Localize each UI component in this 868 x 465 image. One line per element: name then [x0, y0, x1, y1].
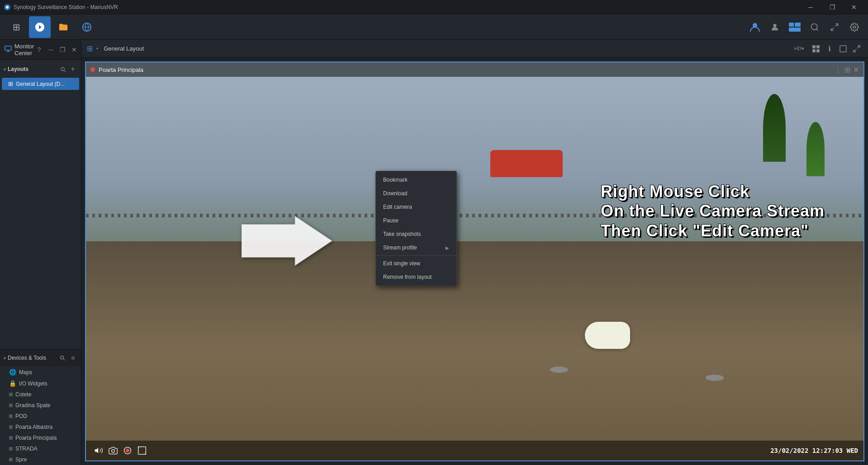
- monitor-restore-button[interactable]: ❐: [57, 45, 67, 55]
- context-menu-item-bookmark[interactable]: Bookmark: [376, 173, 456, 187]
- sidebar-spacer: [0, 93, 81, 349]
- context-menu-item-edit-camera[interactable]: Edit camera: [376, 200, 456, 214]
- device-item-cotete[interactable]: Cotete: [0, 389, 81, 400]
- layouts-add-button[interactable]: +: [68, 65, 77, 74]
- context-pause-label: Pause: [383, 217, 398, 224]
- device-item-poarta-principala[interactable]: Poarta Principala: [0, 432, 81, 443]
- svg-point-13: [854, 26, 856, 28]
- device-cotete-label: Cotete: [15, 391, 31, 398]
- restore-button[interactable]: ❐: [822, 0, 843, 14]
- device-item-strada[interactable]: STRADA: [0, 443, 81, 454]
- device-gradina-spate-label: Gradina Spate: [15, 402, 50, 409]
- sky-area: [86, 62, 863, 262]
- device-poarta-principala-label: Poarta Principala: [15, 435, 57, 441]
- context-remove-label: Remove from layout: [383, 274, 432, 280]
- context-stream-label: Stream profile: [383, 244, 417, 251]
- device-item-io-widgets[interactable]: 🔒 I/O Widgets: [0, 378, 81, 389]
- poarta-albastra-status-dot: [9, 425, 13, 429]
- settings-button[interactable]: [846, 19, 863, 35]
- window-mode-button[interactable]: [837, 43, 849, 55]
- toolbar-camera-button[interactable]: [29, 16, 51, 38]
- context-snapshot-label: Take snapshots: [383, 231, 421, 237]
- pod-status-dot: [9, 414, 13, 418]
- toolbar-network-button[interactable]: [76, 16, 98, 38]
- window-controls: ─ ❐ ✕: [800, 0, 864, 14]
- titlebar: Synology Surveillance Station - MariusNV…: [0, 0, 868, 14]
- snapshot-button[interactable]: [106, 443, 120, 458]
- toolbar-grid-button[interactable]: ⊞: [5, 16, 27, 38]
- submenu-arrow-icon: ▶: [446, 245, 449, 250]
- svg-rect-22: [816, 45, 820, 48]
- monitor-minimize-button[interactable]: ─: [46, 45, 56, 55]
- simulated-tree-2: [763, 94, 786, 162]
- gradina-spate-status-dot: [9, 404, 13, 407]
- grid-view-button[interactable]: [810, 43, 822, 55]
- svg-marker-29: [95, 448, 99, 453]
- context-menu-item-pause[interactable]: Pause: [376, 214, 456, 227]
- layouts-section-title: Layouts: [8, 66, 58, 72]
- fit-button[interactable]: [135, 443, 149, 458]
- context-menu-item-remove[interactable]: Remove from layout: [376, 270, 456, 284]
- resolution-dropdown-button[interactable]: HD▾: [790, 43, 808, 55]
- layouts-section-header[interactable]: ▾ Layouts +: [0, 61, 81, 77]
- svg-rect-23: [812, 49, 816, 52]
- device-item-spre[interactable]: Spre: [0, 454, 81, 465]
- user-avatar-button[interactable]: [747, 19, 763, 35]
- volume-button[interactable]: [91, 443, 106, 458]
- context-menu-item-exit-single[interactable]: Exit single view: [376, 257, 456, 270]
- monitor-close-button[interactable]: ✕: [69, 45, 79, 55]
- device-item-pod[interactable]: POD: [0, 411, 81, 422]
- app-toolbar: ⊞: [0, 14, 868, 40]
- devices-search-button[interactable]: [58, 353, 67, 362]
- camera-name-label: Poarta Principala: [99, 66, 143, 73]
- device-item-maps[interactable]: 🌐 Maps: [0, 366, 81, 378]
- close-button[interactable]: ✕: [844, 0, 864, 14]
- devices-chevron-icon: ▾: [4, 356, 6, 361]
- camera-header: Poarta Principala ⋮ ⊞ ✕: [86, 62, 863, 77]
- svg-rect-24: [816, 49, 820, 52]
- context-menu-item-stream[interactable]: Stream profile ▶: [376, 241, 456, 254]
- simulated-car: [490, 150, 563, 177]
- layout-item-general[interactable]: ⊞ General Layout (D...: [2, 78, 79, 90]
- devices-section-title: Devices & Tools: [8, 355, 58, 361]
- expand-button[interactable]: [851, 43, 863, 55]
- context-menu-item-snapshot[interactable]: Take snapshots: [376, 227, 456, 241]
- svg-rect-7: [795, 23, 801, 27]
- monitor-help-button[interactable]: ?: [34, 45, 44, 55]
- monitor-center-icon: [5, 45, 12, 54]
- devices-header[interactable]: ▾ Devices & Tools ≡: [0, 349, 81, 366]
- main-layout: Monitor Center ? ─ ❐ ✕ ▾ Layouts: [0, 40, 868, 465]
- svg-rect-14: [5, 46, 11, 50]
- camera-feed[interactable]: Poarta Principala ⋮ ⊞ ✕ Right Mouse Clic…: [85, 61, 864, 461]
- device-pod-label: POD: [15, 413, 27, 419]
- svg-line-12: [831, 28, 834, 30]
- monitor-center-title: Monitor Center: [14, 43, 34, 56]
- record-button[interactable]: [120, 443, 135, 458]
- device-item-poarta-albastra[interactable]: Poarta Albastra: [0, 422, 81, 432]
- camera-grid-button[interactable]: ⊞: [844, 66, 850, 74]
- layout-switch-button[interactable]: [787, 19, 803, 35]
- search-button[interactable]: [806, 19, 823, 35]
- monitor-center-header: Monitor Center ? ─ ❐ ✕: [0, 40, 81, 60]
- ground-area: [86, 241, 863, 460]
- layouts-chevron-icon: ▾: [4, 67, 6, 72]
- minimize-button[interactable]: ─: [800, 0, 821, 14]
- camera-close-button[interactable]: ✕: [853, 66, 859, 74]
- camera-header-buttons: ⋮ ⊞ ✕: [835, 66, 859, 74]
- devices-options-button[interactable]: ≡: [68, 353, 77, 362]
- layouts-search-button[interactable]: [58, 65, 67, 74]
- layout-item-grid-icon: ⊞: [8, 80, 13, 87]
- fullscreen-button[interactable]: [826, 19, 843, 35]
- context-menu-item-download[interactable]: Download: [376, 187, 456, 200]
- svg-point-30: [112, 450, 115, 453]
- camera-more-button[interactable]: ⋮: [835, 66, 842, 74]
- person-button[interactable]: [767, 19, 783, 35]
- info-button[interactable]: ℹ: [824, 43, 835, 55]
- svg-rect-6: [789, 23, 794, 27]
- toolbar-folder-button[interactable]: [52, 16, 74, 38]
- context-edit-camera-label: Edit camera: [383, 204, 412, 210]
- poarta-principala-status-dot: [9, 436, 13, 440]
- simulated-tree-1: [806, 122, 825, 176]
- layout-item-label: General Layout (D...: [16, 81, 65, 87]
- device-item-gradina-spate[interactable]: Gradina Spate: [0, 400, 81, 411]
